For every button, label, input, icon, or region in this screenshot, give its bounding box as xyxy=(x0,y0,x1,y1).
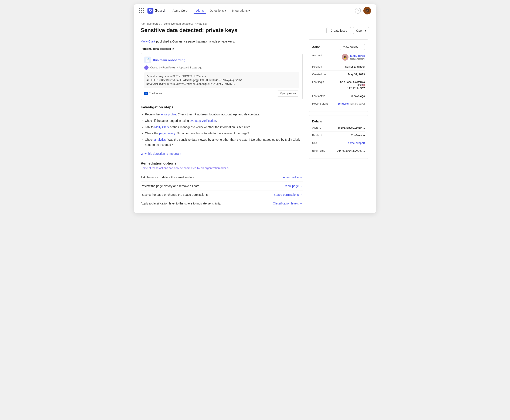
nav-integrations[interactable]: Integrations ▾ xyxy=(229,8,252,14)
last-login-city: San Jose, California xyxy=(329,80,365,83)
main-left: Molly Clark published a Confluence page … xyxy=(141,39,303,208)
actor-link[interactable]: Molly Clark xyxy=(141,40,155,43)
remediation-title: Remediation options xyxy=(141,161,303,165)
nav-detections[interactable]: Detections ▾ xyxy=(207,8,229,14)
main-window: 🛡 Guard Acme Corp Alerts Detections ▾ In… xyxy=(134,4,376,213)
right-panel: Actor View activity → Account 👩 Molly Cl… xyxy=(308,39,369,162)
position-label: Position xyxy=(312,65,329,68)
product-row: Product Confluence xyxy=(312,132,365,139)
why-detection-link[interactable]: Why this detection is important xyxy=(141,152,181,155)
space-permissions-action[interactable]: Space permissions → xyxy=(274,193,303,196)
document-card: 📄 Ibis team onboarding F Owned by Fran P… xyxy=(141,53,303,100)
remediation-text-2: Review the page history and remove all d… xyxy=(141,184,200,188)
account-info: Molly Clark ORG ADMIN xyxy=(350,54,365,60)
alert-id-label: Alert ID xyxy=(312,126,329,129)
nav-right: ? 🧔🏾 xyxy=(355,7,371,15)
doc-type-icon: 📄 xyxy=(144,57,151,63)
intro-description: published a Confluence page that may inc… xyxy=(155,40,235,43)
last-active-value: 3 days ago xyxy=(329,94,365,98)
page-history-link[interactable]: page history xyxy=(159,132,175,135)
breadcrumb-parent[interactable]: Alert dashboard xyxy=(141,22,160,25)
actor-label: Actor xyxy=(312,45,320,49)
investigation-step-4: Check the page history. Did other people… xyxy=(145,131,303,136)
account-role: ORG ADMIN xyxy=(350,58,365,60)
doc-updated: Updated 3 days ago xyxy=(179,66,202,69)
doc-owner: Owned by Fran Perez xyxy=(150,66,175,69)
page-title: Sensitive data detected: private keys xyxy=(141,27,237,34)
last-login-country: US 🇺🇸 xyxy=(329,83,365,87)
open-button[interactable]: Open ▾ xyxy=(353,27,369,34)
recent-alerts-value: 16 alerts (last 90 days) xyxy=(329,102,365,105)
event-time-value: Apr 6, 2024 2:06 AM... xyxy=(329,149,365,152)
remediation-text-1: Ask the actor to delete the sensitive da… xyxy=(141,176,195,179)
page-content: Alert dashboard / Sensitive data detecte… xyxy=(134,17,376,213)
remediation-row-3: Restrict the page or change the space pe… xyxy=(141,190,303,199)
user-avatar[interactable]: 🧔🏾 xyxy=(363,7,371,15)
investigation-list: Review the actor profile. Check their IP… xyxy=(141,112,303,148)
actor-profile-action[interactable]: Actor profile → xyxy=(283,176,303,179)
investigation-title: Investigation steps xyxy=(141,105,303,109)
account-row: Account 👩 Molly Clark ORG ADMIN xyxy=(312,52,365,63)
breadcrumb: Alert dashboard / Sensitive data detecte… xyxy=(141,22,369,25)
doc-card-header: 📄 Ibis team onboarding xyxy=(144,57,299,63)
confluence-icon: ✖ xyxy=(144,92,148,95)
open-preview-button[interactable]: Open preview xyxy=(277,90,299,97)
investigation-step-1: Review the actor profile. Check their IP… xyxy=(145,112,303,117)
actor-panel-header: Actor View activity → xyxy=(312,44,365,50)
view-activity-button[interactable]: View activity → xyxy=(340,44,365,50)
details-panel: Details Alert ID 6610138ac5016c6f4... Pr… xyxy=(308,115,369,159)
event-time-label: Event time xyxy=(312,149,329,152)
remediation-row-1: Ask the actor to delete the sensitive da… xyxy=(141,173,303,182)
created-label: Created on xyxy=(312,73,329,76)
event-time-row: Event time Apr 6, 2024 2:06 AM... xyxy=(312,147,365,154)
investigation-step-3: Talk to Molly Clark or their manager to … xyxy=(145,125,303,130)
actor-panel: Actor View activity → Account 👩 Molly Cl… xyxy=(308,39,369,112)
recent-alerts-label: Recent alerts xyxy=(312,102,329,105)
account-name[interactable]: Molly Clark xyxy=(350,54,365,58)
doc-title[interactable]: Ibis team onboarding xyxy=(153,58,185,62)
create-issue-button[interactable]: Create issue xyxy=(326,27,351,34)
last-active-row: Last active 3 days ago xyxy=(312,92,365,100)
created-value: May 31, 2019 xyxy=(329,73,365,76)
classification-levels-action[interactable]: Classification levels → xyxy=(273,202,303,205)
main-layout: Molly Clark published a Confluence page … xyxy=(141,39,369,208)
owner-avatar: F xyxy=(144,66,148,70)
company-name: Acme Corp xyxy=(170,4,190,17)
created-row: Created on May 31, 2019 xyxy=(312,71,365,78)
two-step-link[interactable]: two-step verification xyxy=(190,119,216,122)
alerts-period-text: (last 90 days) xyxy=(350,102,365,105)
molly-clark-link[interactable]: Molly Clark xyxy=(154,125,169,129)
header-actions: Create issue Open ▾ xyxy=(326,27,369,34)
doc-meta: F Owned by Fran Perez • Updated 3 days a… xyxy=(144,66,299,70)
breadcrumb-separator: / xyxy=(162,22,162,25)
details-title: Details xyxy=(312,120,365,123)
alert-id-row: Alert ID 6610138ac5016c6f4... xyxy=(312,124,365,132)
product-label: Product xyxy=(312,134,329,137)
remediation-row-2: Review the page history and remove all d… xyxy=(141,182,303,190)
position-row: Position Senior Engineer xyxy=(312,63,365,71)
dropdown-arrow-icon: ▾ xyxy=(365,29,366,32)
shield-icon: 🛡 xyxy=(148,8,153,14)
last-login-ip: 192.12.34.567 xyxy=(329,87,365,90)
analytics-link[interactable]: analytics xyxy=(154,138,166,141)
navigation: 🛡 Guard Acme Corp Alerts Detections ▾ In… xyxy=(134,4,376,17)
confluence-label: Confluence xyxy=(149,92,162,95)
app-name: Guard xyxy=(155,9,165,13)
site-link[interactable]: acme-support xyxy=(348,141,365,144)
nav-alerts[interactable]: Alerts xyxy=(194,8,206,14)
grid-icon[interactable] xyxy=(139,8,144,13)
view-page-action[interactable]: View page → xyxy=(285,184,303,188)
recent-alerts-link[interactable]: 16 alerts xyxy=(338,102,349,105)
recent-alerts-row: Recent alerts 16 alerts (last 90 days) xyxy=(312,100,365,107)
investigation-step-5: Check analytics. Was the sensitive data … xyxy=(145,137,303,148)
product-value: Confluence xyxy=(329,134,365,137)
actor-profile-link[interactable]: actor profile xyxy=(160,113,176,116)
last-active-label: Last active xyxy=(312,94,329,98)
remediation-rows: Ask the actor to delete the sensitive da… xyxy=(141,173,303,208)
doc-footer: ✖ Confluence Open preview xyxy=(144,90,299,97)
confluence-badge: ✖ Confluence xyxy=(144,92,162,95)
investigation-step-2: Check if the actor logged in using two-s… xyxy=(145,118,303,123)
help-button[interactable]: ? xyxy=(355,8,361,14)
breadcrumb-current: Sensitive data detected: Private key xyxy=(163,22,207,25)
account-avatar: 👩 xyxy=(342,54,348,60)
